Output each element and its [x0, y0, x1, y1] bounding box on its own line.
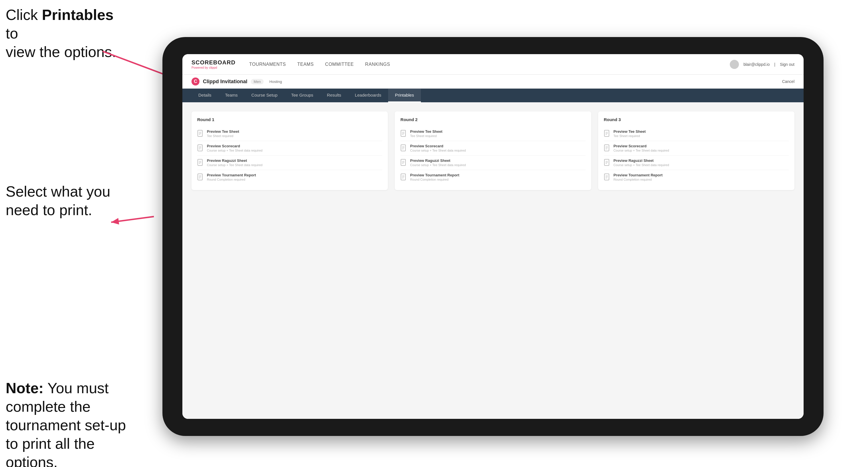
- print-item-2-1[interactable]: Preview Tee SheetTee Sheet required: [400, 126, 585, 141]
- document-icon: [604, 145, 611, 152]
- print-item-1-3[interactable]: Preview Raguzzi SheetCourse setup + Tee …: [197, 156, 382, 170]
- document-icon: [604, 174, 611, 182]
- item-title-1-3: Preview Raguzzi Sheet: [207, 158, 262, 163]
- tournament-title: C Clippd Invitational Men Hosting: [191, 77, 282, 86]
- document-icon: [197, 130, 204, 138]
- tournament-header: C Clippd Invitational Men Hosting Cancel: [182, 75, 804, 89]
- nav-rankings[interactable]: RANKINGS: [365, 61, 390, 68]
- tournament-badge: Men: [251, 79, 264, 84]
- document-icon: [604, 159, 611, 167]
- item-title-2-3: Preview Raguzzi Sheet: [410, 158, 466, 163]
- rounds-grid: Round 1 Preview Tee SheetTee Sheet requi…: [191, 112, 795, 190]
- round-card-2: Round 2 Preview Tee SheetTee Sheet requi…: [395, 112, 591, 190]
- item-sub-2-4: Round Completion required: [410, 178, 459, 181]
- item-sub-1-3: Course setup + Tee Sheet data required: [207, 163, 262, 167]
- print-item-text-1-2: Preview ScorecardCourse setup + Tee Shee…: [207, 144, 262, 152]
- item-sub-1-2: Course setup + Tee Sheet data required: [207, 149, 262, 152]
- item-sub-2-2: Course setup + Tee Sheet data required: [410, 149, 466, 152]
- tab-leaderboards[interactable]: Leaderboards: [348, 89, 388, 102]
- document-icon: [400, 159, 407, 167]
- round-card-3: Round 3 Preview Tee SheetTee Sheet requi…: [598, 112, 795, 190]
- round-title-1: Round 1: [197, 117, 382, 122]
- item-title-1-2: Preview Scorecard: [207, 144, 262, 148]
- nav-committee[interactable]: COMMITTEE: [325, 61, 354, 68]
- print-item-text-2-3: Preview Raguzzi SheetCourse setup + Tee …: [410, 158, 466, 167]
- item-title-1-4: Preview Tournament Report: [207, 173, 256, 177]
- item-sub-3-2: Course setup + Tee Sheet data required: [614, 149, 669, 152]
- svg-marker-3: [111, 218, 119, 224]
- document-icon: [400, 174, 407, 182]
- print-item-text-1-4: Preview Tournament ReportRound Completio…: [207, 173, 256, 181]
- document-icon: [197, 174, 204, 182]
- print-item-3-1[interactable]: Preview Tee SheetTee Sheet required: [604, 126, 789, 141]
- item-sub-3-1: Tee Sheet required: [614, 134, 646, 137]
- document-icon: [197, 145, 204, 152]
- nav-right: blair@clippd.io | Sign out: [730, 60, 795, 69]
- print-item-1-4[interactable]: Preview Tournament ReportRound Completio…: [197, 170, 382, 184]
- print-item-text-3-3: Preview Raguzzi SheetCourse setup + Tee …: [614, 158, 669, 167]
- sub-nav: Details Teams Course Setup Tee Groups Re…: [182, 89, 804, 102]
- item-title-2-2: Preview Scorecard: [410, 144, 466, 148]
- user-email: blair@clippd.io: [743, 62, 770, 67]
- print-item-text-2-1: Preview Tee SheetTee Sheet required: [410, 129, 442, 137]
- print-item-2-3[interactable]: Preview Raguzzi SheetCourse setup + Tee …: [400, 156, 585, 170]
- document-icon: [197, 159, 204, 167]
- print-item-text-3-1: Preview Tee SheetTee Sheet required: [614, 129, 646, 137]
- print-item-text-2-4: Preview Tournament ReportRound Completio…: [410, 173, 459, 181]
- item-sub-3-3: Course setup + Tee Sheet data required: [614, 163, 669, 167]
- item-title-3-1: Preview Tee Sheet: [614, 129, 646, 134]
- nav-teams[interactable]: TEAMS: [297, 61, 314, 68]
- item-title-2-1: Preview Tee Sheet: [410, 129, 442, 134]
- item-title-2-4: Preview Tournament Report: [410, 173, 459, 177]
- print-item-1-1[interactable]: Preview Tee SheetTee Sheet required: [197, 126, 382, 141]
- tablet-screen: SCOREBOARD Powered by clippd TOURNAMENTS…: [182, 54, 804, 419]
- tab-details[interactable]: Details: [191, 89, 218, 102]
- print-item-1-2[interactable]: Preview ScorecardCourse setup + Tee Shee…: [197, 141, 382, 156]
- tab-printables[interactable]: Printables: [388, 89, 421, 102]
- item-sub-2-3: Course setup + Tee Sheet data required: [410, 163, 466, 167]
- brand: SCOREBOARD Powered by clippd: [191, 59, 236, 69]
- print-item-3-3[interactable]: Preview Raguzzi SheetCourse setup + Tee …: [604, 156, 789, 170]
- tablet-device: SCOREBOARD Powered by clippd TOURNAMENTS…: [162, 37, 824, 436]
- document-icon: [400, 145, 407, 152]
- tab-course-setup[interactable]: Course Setup: [245, 89, 284, 102]
- top-nav: SCOREBOARD Powered by clippd TOURNAMENTS…: [182, 54, 804, 75]
- print-item-text-3-2: Preview ScorecardCourse setup + Tee Shee…: [614, 144, 669, 152]
- item-sub-1-4: Round Completion required: [207, 178, 256, 181]
- user-avatar: [730, 60, 739, 69]
- tab-teams[interactable]: Teams: [218, 89, 245, 102]
- item-title-3-4: Preview Tournament Report: [614, 173, 662, 177]
- item-sub-3-4: Round Completion required: [614, 178, 662, 181]
- print-item-3-2[interactable]: Preview ScorecardCourse setup + Tee Shee…: [604, 141, 789, 156]
- hosting-badge: Hosting: [269, 80, 282, 84]
- print-item-text-1-1: Preview Tee SheetTee Sheet required: [207, 129, 239, 137]
- tab-tee-groups[interactable]: Tee Groups: [284, 89, 320, 102]
- content-area: Round 1 Preview Tee SheetTee Sheet requi…: [182, 102, 804, 419]
- separator: |: [774, 62, 775, 67]
- print-item-text-1-3: Preview Raguzzi SheetCourse setup + Tee …: [207, 158, 262, 167]
- print-item-2-2[interactable]: Preview ScorecardCourse setup + Tee Shee…: [400, 141, 585, 156]
- print-item-text-2-2: Preview ScorecardCourse setup + Tee Shee…: [410, 144, 466, 152]
- brand-sub: Powered by clippd: [191, 66, 236, 69]
- sign-out-link[interactable]: Sign out: [780, 62, 795, 67]
- tab-results[interactable]: Results: [320, 89, 348, 102]
- document-icon: [604, 130, 611, 138]
- nav-links: TOURNAMENTS TEAMS COMMITTEE RANKINGS: [249, 61, 730, 68]
- item-title-3-3: Preview Raguzzi Sheet: [614, 158, 669, 163]
- annotation-middle: Select what youneed to print.: [6, 182, 110, 219]
- cancel-button[interactable]: Cancel: [782, 79, 795, 84]
- tournament-name: Clippd Invitational: [203, 79, 247, 85]
- item-title-3-2: Preview Scorecard: [614, 144, 669, 148]
- item-title-1-1: Preview Tee Sheet: [207, 129, 239, 134]
- item-sub-1-1: Tee Sheet required: [207, 134, 239, 137]
- round-card-1: Round 1 Preview Tee SheetTee Sheet requi…: [191, 112, 388, 190]
- annotation-bottom: Note: You mustcomplete thetournament set…: [6, 379, 148, 467]
- nav-tournaments[interactable]: TOURNAMENTS: [249, 61, 286, 68]
- print-item-2-4[interactable]: Preview Tournament ReportRound Completio…: [400, 170, 585, 184]
- arrow-middle-icon: [102, 199, 160, 234]
- document-icon: [400, 130, 407, 138]
- print-item-3-4[interactable]: Preview Tournament ReportRound Completio…: [604, 170, 789, 184]
- round-title-2: Round 2: [400, 117, 585, 122]
- print-item-text-3-4: Preview Tournament ReportRound Completio…: [614, 173, 662, 181]
- brand-name: SCOREBOARD: [191, 59, 236, 66]
